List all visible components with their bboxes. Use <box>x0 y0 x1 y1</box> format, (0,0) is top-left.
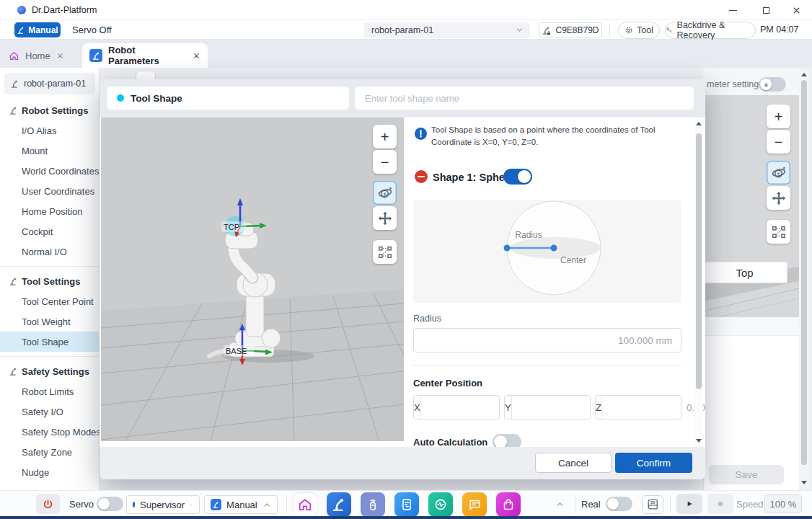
home-app-icon[interactable] <box>293 492 317 517</box>
maximize-button[interactable] <box>758 4 774 17</box>
background-top-view-button[interactable]: Top <box>702 262 787 283</box>
robot-parameters-icon <box>89 49 102 62</box>
key-icon <box>666 26 674 35</box>
scroll-down-icon[interactable] <box>696 439 702 443</box>
real-mode-toggle[interactable] <box>606 497 632 511</box>
sidebar-item-tool-shape[interactable]: Tool Shape <box>0 332 100 352</box>
speed-value[interactable]: 100 % <box>764 494 802 513</box>
close-tab-icon[interactable] <box>193 52 200 60</box>
cancel-button[interactable]: Cancel <box>535 453 612 473</box>
confirm-button[interactable]: Confirm <box>615 453 692 473</box>
orbit-icon <box>771 165 787 181</box>
log-app-icon[interactable] <box>462 492 487 517</box>
sidebar-item-normal-io[interactable]: Normal I/O <box>0 241 100 262</box>
background-3d-viewport[interactable]: + − <box>703 95 799 317</box>
robot-lock-icon <box>542 25 552 35</box>
tool-shape-name-input[interactable] <box>355 86 694 110</box>
jog-app-icon[interactable] <box>361 492 385 517</box>
chevron-down-icon <box>515 25 524 35</box>
sidebar-item-world-coordinates[interactable]: World Coordinates <box>0 161 100 181</box>
apps-expand-icon[interactable] <box>555 500 565 509</box>
robot-icon <box>9 367 18 376</box>
save-button[interactable]: Save <box>709 465 784 484</box>
sidebar-item-io-alias[interactable]: I/O Alias <box>0 120 100 141</box>
radius-label: Radius <box>413 314 441 324</box>
dialog-scrollbar[interactable] <box>694 119 703 447</box>
measure-tool-button[interactable] <box>767 220 790 244</box>
diagram-radius-label: Radius <box>515 230 542 240</box>
stop-button[interactable] <box>707 494 733 514</box>
page-scrollbar[interactable] <box>799 70 809 487</box>
toolbar-divider <box>609 24 610 36</box>
sidebar-group-tool-settings[interactable]: Tool Settings <box>0 271 100 291</box>
scrollbar-thumb[interactable] <box>801 80 807 465</box>
zoom-in-button[interactable]: + <box>767 105 790 128</box>
zoom-in-button[interactable]: + <box>373 125 397 148</box>
axis-y-label: Y <box>505 396 512 419</box>
role-status-dot <box>133 502 135 507</box>
robot-icon <box>10 79 19 89</box>
backdrive-recovery-button[interactable]: Backdrive & Recovery <box>665 22 756 39</box>
lock-icon <box>763 81 769 88</box>
simulator-3d-button[interactable]: 3D <box>642 495 663 514</box>
zoom-out-button[interactable]: − <box>373 150 397 174</box>
sidebar-item-safety-io[interactable]: Safety I/O <box>0 402 100 422</box>
sidebar-item-robot-limits[interactable]: Robot Limits <box>0 381 100 402</box>
sidebar-item-home-position[interactable]: Home Position <box>0 201 100 221</box>
servo-toggle[interactable] <box>97 497 123 511</box>
orbit-tool-button[interactable] <box>373 181 397 205</box>
robot-parameters-app-icon[interactable] <box>327 492 351 517</box>
sidebar-item-cockpit[interactable]: Cockpit <box>0 221 100 241</box>
sidebar-group-robot-settings[interactable]: Robot Settings <box>0 100 100 120</box>
sidebar-group-safety-settings[interactable]: Safety Settings <box>0 361 100 381</box>
tab-robot-parameters[interactable]: Robot Parameters <box>82 43 208 68</box>
sidebar-item-safety-zone[interactable]: Safety Zone <box>0 442 100 462</box>
play-button[interactable] <box>676 494 702 514</box>
home-icon <box>9 50 19 61</box>
device-id-button[interactable]: C9E8B79D <box>539 22 602 38</box>
chevron-up-icon <box>262 500 271 510</box>
tab-home[interactable]: Home <box>9 45 78 66</box>
close-button[interactable] <box>788 4 804 17</box>
tab-bar: Home Robot Parameters <box>0 40 812 68</box>
background-viewport-tools: + − <box>767 105 790 244</box>
scrollbar-thumb[interactable] <box>696 133 702 389</box>
pan-icon <box>771 190 787 206</box>
sidebar-item-mount[interactable]: Mount <box>0 141 100 161</box>
store-app-icon[interactable] <box>496 492 521 517</box>
mode-select[interactable]: Manual <box>204 495 278 514</box>
close-tab-icon[interactable] <box>56 52 64 60</box>
pan-tool-button[interactable] <box>373 206 397 230</box>
pan-tool-button[interactable] <box>767 186 790 210</box>
settings-lock-toggle[interactable] <box>759 77 786 92</box>
orbit-tool-button[interactable] <box>767 161 790 185</box>
sidebar-item-tool-center-point[interactable]: Tool Center Point <box>0 291 100 311</box>
task-writer-app-icon[interactable] <box>394 492 419 517</box>
measure-tool-button[interactable] <box>373 240 397 264</box>
remove-shape-icon[interactable] <box>415 170 428 183</box>
sidebar-item-user-coordinates[interactable]: User Coordinates <box>0 181 100 201</box>
scroll-down-icon[interactable] <box>801 481 807 484</box>
minimize-button[interactable] <box>725 4 741 17</box>
chat-lines-icon <box>467 497 482 513</box>
monitoring-app-icon[interactable] <box>428 492 453 517</box>
center-z-input[interactable] <box>602 396 705 419</box>
scroll-up-icon[interactable] <box>696 122 702 125</box>
servo-power-button[interactable] <box>36 494 60 514</box>
manual-mode-button[interactable]: Manual <box>14 22 61 37</box>
radius-input[interactable] <box>414 329 681 352</box>
param-file-select[interactable]: robot-param-01 <box>364 22 530 38</box>
sidebar-item-nudge[interactable]: Nudge <box>0 462 100 482</box>
tool-button[interactable]: Tool <box>618 22 660 39</box>
sidebar-item-safety-stop-modes[interactable]: Safety Stop Modes <box>0 422 100 442</box>
sidebar-param-header[interactable]: robot-param-01 <box>4 73 95 94</box>
shape-enable-toggle[interactable] <box>503 169 532 185</box>
scroll-up-icon[interactable] <box>801 73 807 76</box>
zoom-out-button[interactable]: − <box>767 130 790 154</box>
sidebar-item-tool-weight[interactable]: Tool Weight <box>0 311 100 332</box>
dialog-3d-viewport[interactable]: TCP BASE + − Front Right Left <box>101 117 404 441</box>
role-select[interactable]: Supervisor <box>126 495 200 514</box>
robot-icon <box>17 26 25 35</box>
diagram-center-label: Center <box>560 255 586 265</box>
real-label: Real <box>581 499 601 510</box>
